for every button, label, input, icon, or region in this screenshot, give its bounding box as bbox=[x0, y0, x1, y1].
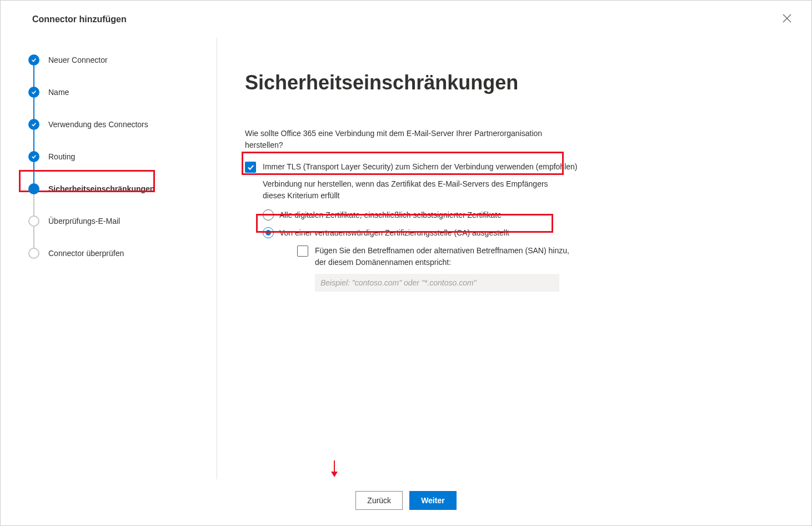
step-connector-usage[interactable]: Verwendung des Connectors bbox=[28, 119, 200, 151]
san-checkbox[interactable] bbox=[297, 246, 308, 257]
radio-button[interactable] bbox=[263, 227, 274, 238]
step-routing[interactable]: Routing bbox=[28, 151, 200, 183]
wizard-nav: Neuer Connector Name Verwendung des Conn… bbox=[1, 38, 217, 479]
pending-step-icon bbox=[28, 216, 39, 227]
checkmark-icon bbox=[28, 151, 39, 162]
san-domain-input[interactable] bbox=[315, 274, 559, 292]
radio-button[interactable] bbox=[263, 209, 274, 221]
san-checkbox-label: Fügen Sie den Betreffnamen oder alternat… bbox=[315, 245, 570, 268]
step-label: Routing bbox=[48, 152, 75, 161]
dialog-header: Connector hinzufügen bbox=[1, 1, 811, 38]
step-label: Sicherheitseinschränkungen bbox=[48, 184, 154, 193]
step-label: Überprüfungs-E-Mail bbox=[48, 217, 120, 226]
next-button[interactable]: Weiter bbox=[409, 491, 457, 510]
add-connector-dialog: Connector hinzufügen Neuer Connector bbox=[0, 0, 812, 526]
san-checkbox-row[interactable]: Fügen Sie den Betreffnamen oder alternat… bbox=[297, 245, 778, 268]
step-label: Connector überprüfen bbox=[48, 249, 124, 258]
back-button[interactable]: Zurück bbox=[355, 491, 403, 510]
step-security-restrictions[interactable]: Sicherheitseinschränkungen bbox=[28, 183, 200, 216]
san-section: Fügen Sie den Betreffnamen oder alternat… bbox=[297, 245, 778, 292]
main-content: Sicherheitseinschränkungen Wie sollte Of… bbox=[217, 38, 811, 479]
pending-step-icon bbox=[28, 248, 39, 259]
close-button[interactable] bbox=[779, 11, 795, 28]
step-label: Verwendung des Connectors bbox=[48, 120, 148, 129]
tls-checkbox-row[interactable]: Immer TLS (Transport Layer Security) zum… bbox=[245, 161, 778, 173]
checkmark-icon bbox=[28, 119, 39, 130]
tls-checkbox-label: Immer TLS (Transport Layer Security) zum… bbox=[263, 161, 577, 173]
step-name[interactable]: Name bbox=[28, 87, 200, 119]
question-text: Wie sollte Office 365 eine Verbindung mi… bbox=[245, 128, 556, 151]
tls-checkbox[interactable] bbox=[245, 162, 256, 173]
radio-label: Von einer vertrauenswürdigen Zertifizier… bbox=[279, 228, 509, 237]
close-icon bbox=[783, 16, 791, 24]
step-list: Neuer Connector Name Verwendung des Conn… bbox=[28, 54, 200, 280]
cert-radio-group: Alle digitalen Zertifikate, einschließli… bbox=[263, 209, 778, 292]
checkmark-icon bbox=[28, 87, 39, 98]
radio-all-certs[interactable]: Alle digitalen Zertifikate, einschließli… bbox=[263, 209, 778, 221]
step-label: Neuer Connector bbox=[48, 56, 108, 64]
step-validate-connector[interactable]: Connector überprüfen bbox=[28, 248, 200, 280]
current-step-icon bbox=[28, 183, 39, 194]
radio-trusted-ca[interactable]: Von einer vertrauenswürdigen Zertifizier… bbox=[263, 227, 778, 238]
page-heading: Sicherheitseinschränkungen bbox=[245, 71, 778, 94]
dialog-body: Neuer Connector Name Verwendung des Conn… bbox=[1, 38, 811, 479]
step-label: Name bbox=[48, 88, 69, 97]
step-verification-email[interactable]: Überprüfungs-E-Mail bbox=[28, 216, 200, 248]
step-new-connector[interactable]: Neuer Connector bbox=[28, 54, 200, 87]
dialog-footer: Zurück Weiter bbox=[1, 475, 811, 525]
cert-criteria-text: Verbindung nur herstellen, wenn das Zert… bbox=[263, 178, 563, 202]
checkmark-icon bbox=[28, 54, 39, 66]
radio-label: Alle digitalen Zertifikate, einschließli… bbox=[279, 211, 502, 219]
dialog-title: Connector hinzufügen bbox=[32, 14, 127, 24]
